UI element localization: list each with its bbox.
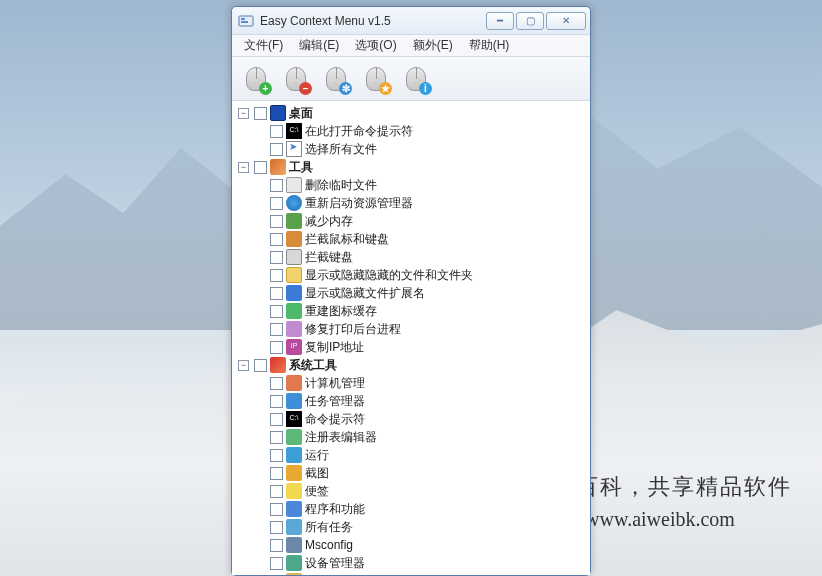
- gear-badge-icon: ✼: [339, 82, 352, 95]
- tree-label: 选择所有文件: [305, 141, 377, 158]
- tree-label: 截图: [305, 465, 329, 482]
- tree-row[interactable]: 重建图标缓存: [270, 302, 586, 320]
- tree-label: 系统工具: [289, 357, 337, 374]
- tree-row[interactable]: 拦截键盘: [270, 248, 586, 266]
- ic-keyboard-icon: [286, 249, 302, 265]
- tool-info[interactable]: i: [398, 61, 434, 97]
- tree-row[interactable]: Msconfig: [270, 536, 586, 554]
- tree-row[interactable]: 计算机管理: [270, 374, 586, 392]
- tree-row[interactable]: 运行: [270, 446, 586, 464]
- checkbox[interactable]: [270, 305, 283, 318]
- tree-row[interactable]: C:\命令提示符: [270, 410, 586, 428]
- checkbox[interactable]: [270, 467, 283, 480]
- tree-row[interactable]: 注册表编辑器: [270, 428, 586, 446]
- tree-row[interactable]: 设备管理器: [270, 554, 586, 572]
- tree-root: −桌面C:\在此打开命令提示符选择所有文件−工具删除临时文件重新启动资源管理器减…: [232, 101, 590, 575]
- checkbox[interactable]: [270, 539, 283, 552]
- ic-alltasks-icon: [286, 519, 302, 535]
- tree-row[interactable]: 便签: [270, 482, 586, 500]
- tree-row[interactable]: 拦截鼠标和键盘: [270, 230, 586, 248]
- tree-row[interactable]: 选择所有文件: [270, 140, 586, 158]
- checkbox[interactable]: [270, 269, 283, 282]
- tree-label: 复制IP地址: [305, 339, 364, 356]
- tree-row[interactable]: C:\在此打开命令提示符: [270, 122, 586, 140]
- tree-label: 设备管理器: [305, 555, 365, 572]
- tool-add[interactable]: +: [238, 61, 274, 97]
- menu-edit[interactable]: 编辑(E): [291, 35, 347, 56]
- checkbox[interactable]: [270, 521, 283, 534]
- expander-icon[interactable]: −: [238, 162, 249, 173]
- tool-remove[interactable]: –: [278, 61, 314, 97]
- tree-row[interactable]: 显示或隐藏隐藏的文件和文件夹: [270, 266, 586, 284]
- ic-lock-icon: [286, 231, 302, 247]
- checkbox[interactable]: [270, 431, 283, 444]
- info-badge-icon: i: [419, 82, 432, 95]
- tree-label: 拦截鼠标和键盘: [305, 231, 389, 248]
- tree-row[interactable]: 所有任务: [270, 518, 586, 536]
- maximize-button[interactable]: ▢: [516, 12, 544, 30]
- checkbox[interactable]: [270, 575, 283, 576]
- tree-item-show-hide-hidden: 显示或隐藏隐藏的文件和文件夹: [254, 266, 586, 284]
- tree-row[interactable]: 截图: [270, 464, 586, 482]
- checkbox[interactable]: [270, 287, 283, 300]
- checkbox[interactable]: [254, 359, 267, 372]
- tree-label: 命令提示符: [305, 411, 365, 428]
- checkbox[interactable]: [270, 143, 283, 156]
- checkbox[interactable]: [254, 107, 267, 120]
- menu-file[interactable]: 文件(F): [236, 35, 291, 56]
- tree-view[interactable]: −桌面C:\在此打开命令提示符选择所有文件−工具删除临时文件重新启动资源管理器减…: [232, 101, 590, 575]
- ic-folder-icon: [286, 267, 302, 283]
- tool-gear[interactable]: ✼: [318, 61, 354, 97]
- checkbox[interactable]: [254, 161, 267, 174]
- close-button[interactable]: ✕: [546, 12, 586, 30]
- checkbox[interactable]: [270, 395, 283, 408]
- menu-options[interactable]: 选项(O): [347, 35, 404, 56]
- tree-row[interactable]: 减少内存: [270, 212, 586, 230]
- tree-row[interactable]: 显示或隐藏文件扩展名: [270, 284, 586, 302]
- menu-extra[interactable]: 额外(E): [405, 35, 461, 56]
- checkbox[interactable]: [270, 449, 283, 462]
- menu-help[interactable]: 帮助(H): [461, 35, 518, 56]
- checkbox[interactable]: [270, 377, 283, 390]
- checkbox[interactable]: [270, 503, 283, 516]
- checkbox[interactable]: [270, 251, 283, 264]
- checkbox[interactable]: [270, 485, 283, 498]
- tree-item-reduce-memory: 减少内存: [254, 212, 586, 230]
- expander-icon[interactable]: −: [238, 360, 249, 371]
- checkbox[interactable]: [270, 197, 283, 210]
- tree-row[interactable]: IP复制IP地址: [270, 338, 586, 356]
- minimize-button[interactable]: ━: [486, 12, 514, 30]
- tree-row[interactable]: 修复打印后台进程: [270, 320, 586, 338]
- tree-row[interactable]: 桌面: [254, 104, 586, 122]
- ic-programs-icon: [286, 501, 302, 517]
- tree-row[interactable]: 重新启动资源管理器: [270, 194, 586, 212]
- checkbox[interactable]: [270, 215, 283, 228]
- checkbox[interactable]: [270, 413, 283, 426]
- tree-label: 所有任务: [305, 519, 353, 536]
- tree-row[interactable]: 删除临时文件: [270, 176, 586, 194]
- tree-row[interactable]: 系统工具: [254, 356, 586, 374]
- tree-label: 显示或隐藏文件扩展名: [305, 285, 425, 302]
- tool-wizard[interactable]: ★: [358, 61, 394, 97]
- checkbox[interactable]: [270, 557, 283, 570]
- ic-snip-icon: [286, 465, 302, 481]
- checkbox[interactable]: [270, 125, 283, 138]
- checkbox[interactable]: [270, 341, 283, 354]
- app-window: Easy Context Menu v1.5 ━ ▢ ✕ 文件(F)编辑(E)选…: [231, 6, 591, 576]
- tree-row[interactable]: 任务管理器: [270, 392, 586, 410]
- checkbox[interactable]: [270, 179, 283, 192]
- titlebar[interactable]: Easy Context Menu v1.5 ━ ▢ ✕: [232, 7, 590, 35]
- tree-label: Msconfig: [305, 538, 353, 552]
- tree-item-block-keyboard: 拦截键盘: [254, 248, 586, 266]
- tree-label: 重新启动资源管理器: [305, 195, 413, 212]
- tree-row[interactable]: 程序和功能: [270, 500, 586, 518]
- ic-taskmgr-icon: [286, 393, 302, 409]
- checkbox[interactable]: [270, 233, 283, 246]
- tree-row[interactable]: 工具: [254, 158, 586, 176]
- ic-devmgr-icon: [286, 555, 302, 571]
- expander-icon[interactable]: −: [238, 108, 249, 119]
- checkbox[interactable]: [270, 323, 283, 336]
- tree-row[interactable]: 网络连接: [270, 572, 586, 575]
- tree-label: 程序和功能: [305, 501, 365, 518]
- tree-item-restart-explorer: 重新启动资源管理器: [254, 194, 586, 212]
